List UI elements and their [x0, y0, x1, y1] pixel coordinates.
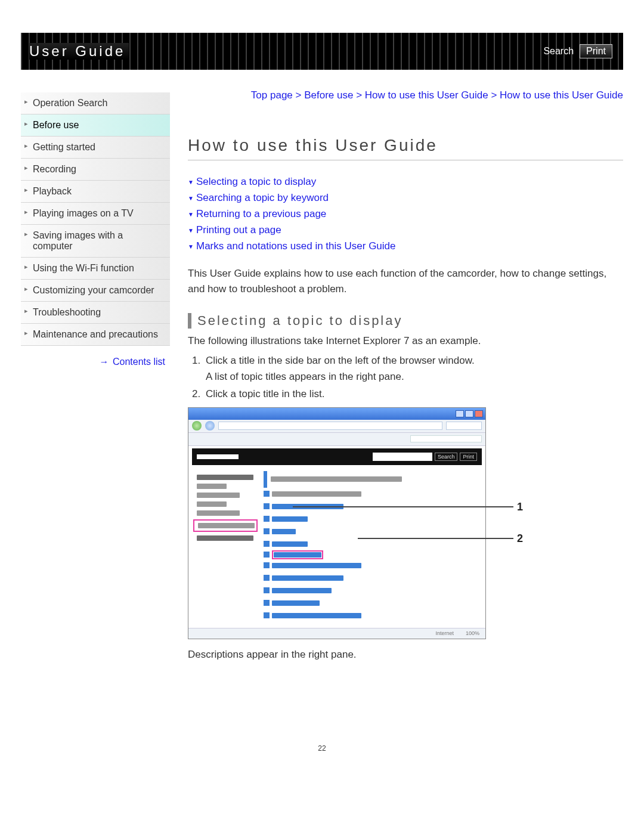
toolbar-icons [410, 435, 482, 442]
sidebar-item[interactable]: Customizing your camcorder [21, 280, 170, 302]
ill-callout-2-box [272, 550, 323, 559]
sidebar-item[interactable]: Before use [21, 114, 170, 137]
contents-list-link[interactable]: → Contents list [21, 357, 170, 367]
ill-search-button: Search [435, 453, 458, 461]
arrow-right-icon: → [100, 357, 108, 367]
search-link[interactable]: Search [543, 46, 574, 57]
ill-body [188, 467, 485, 628]
ill-search-input [373, 453, 432, 461]
intro-text: This User Guide explains how to use each… [188, 266, 623, 296]
sidebar-item[interactable]: Playback [21, 181, 170, 203]
steps-list: Click a title in the side bar on the lef… [190, 352, 623, 402]
sidebar-list: Operation SearchBefore useGetting starte… [21, 92, 170, 346]
header-band: User Guide Search Print [21, 33, 623, 70]
breadcrumb: Top page > Before use > How to use this … [188, 88, 623, 103]
breadcrumb-part[interactable]: Top page [251, 89, 293, 101]
down-triangle-icon [188, 238, 196, 254]
address-bar [218, 422, 442, 430]
forward-icon [205, 421, 215, 431]
sidebar-item[interactable]: Playing images on a TV [21, 203, 170, 225]
step-item: Click a topic title in the list. [203, 386, 623, 402]
back-icon [192, 421, 202, 431]
breadcrumb-current: How to use this User Guide [500, 89, 623, 101]
breadcrumb-part[interactable]: Before use [304, 89, 353, 101]
sidebar-item[interactable]: Saving images with a computer [21, 225, 170, 258]
down-triangle-icon [188, 190, 196, 206]
jump-link[interactable]: Searching a topic by keyword [188, 190, 623, 206]
ill-statusbar: Internet 100% [188, 628, 485, 639]
illustration: Search Print [188, 407, 623, 639]
ill-callout-1-box [193, 519, 258, 532]
callout-2-number: 2 [517, 532, 523, 545]
ill-nav-toolbar [188, 420, 485, 433]
jump-link[interactable]: Selecting a topic to display [188, 174, 623, 190]
down-triangle-icon [188, 174, 196, 190]
section-note: The following illustrations take Interne… [188, 333, 623, 349]
ill-sidebar [192, 471, 258, 622]
status-internet: Internet [435, 630, 454, 636]
sidebar-item[interactable]: Getting started [21, 137, 170, 159]
ill-header-band: Search Print [192, 448, 482, 465]
ill-print-button: Print [460, 453, 477, 461]
jump-link[interactable]: Marks and notations used in this User Gu… [188, 238, 623, 254]
jump-links: Selecting a topic to displaySearching a … [188, 174, 623, 255]
jump-link[interactable]: Printing out a page [188, 222, 623, 238]
breadcrumb-part[interactable]: How to use this User Guide [365, 89, 488, 101]
sidebar-item[interactable]: Using the Wi-Fi function [21, 258, 170, 280]
sidebar-item[interactable]: Maintenance and precautions [21, 324, 170, 346]
minimize-icon [456, 410, 464, 417]
page-number: 22 [21, 744, 623, 753]
step-item: Click a title in the side bar on the lef… [203, 352, 623, 385]
search-box [446, 422, 482, 430]
jump-link[interactable]: Returning to a previous page [188, 206, 623, 222]
callout-1-number: 1 [517, 501, 523, 513]
ill-window-titlebar [188, 408, 485, 420]
page-title: How to use this User Guide [188, 136, 623, 160]
sidebar-item[interactable]: Recording [21, 159, 170, 181]
ill-content [264, 471, 482, 622]
down-triangle-icon [188, 206, 196, 222]
app-title: User Guide [29, 43, 129, 60]
status-zoom: 100% [466, 630, 479, 636]
maximize-icon [465, 410, 473, 417]
after-illustration-text: Descriptions appear in the right pane. [188, 649, 623, 661]
illustration-frame: Search Print [188, 407, 486, 639]
section-heading: Selecting a topic to display [188, 313, 623, 329]
sidebar-item[interactable]: Operation Search [21, 92, 170, 114]
down-triangle-icon [188, 222, 196, 238]
sidebar-item[interactable]: Troubleshooting [21, 302, 170, 324]
close-icon [475, 410, 483, 417]
sidebar: Operation SearchBefore useGetting starte… [21, 88, 170, 661]
print-button[interactable]: Print [580, 44, 612, 58]
ill-toolbar2 [188, 433, 485, 446]
